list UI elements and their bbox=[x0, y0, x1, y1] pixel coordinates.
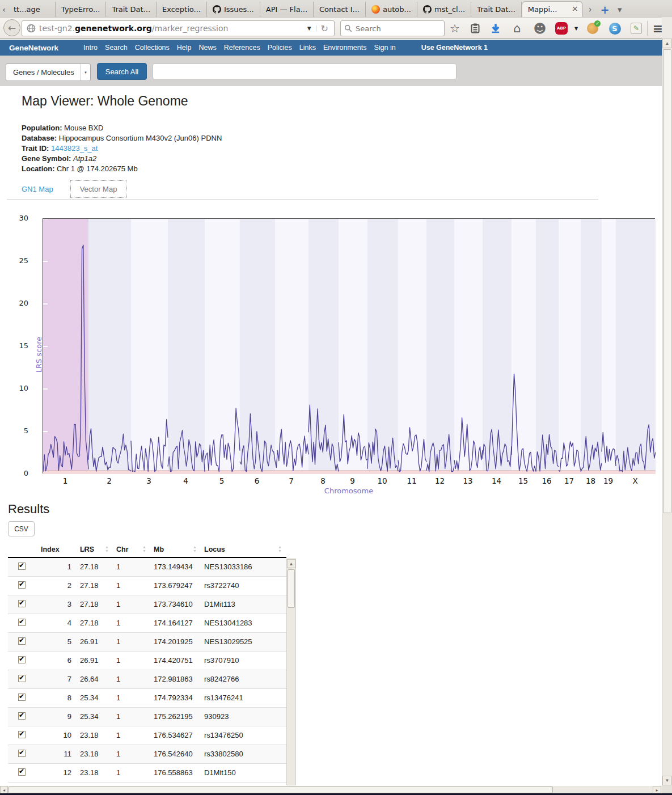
browser-tab[interactable]: tt...age bbox=[8, 2, 56, 17]
table-scrollbar[interactable]: ▲ bbox=[286, 559, 296, 785]
nav-item-environments[interactable]: Environments bbox=[323, 44, 366, 52]
tab-list-dropdown-icon[interactable]: ▾ bbox=[612, 2, 627, 17]
browser-tab-active[interactable]: Mappi...× bbox=[522, 1, 583, 17]
table-scroll-up-icon[interactable]: ▲ bbox=[287, 559, 295, 568]
tab-close-icon[interactable]: × bbox=[572, 5, 578, 12]
browser-search-input[interactable] bbox=[356, 24, 429, 33]
checkbox-cell bbox=[8, 595, 36, 614]
table-scrollbar-thumb[interactable] bbox=[288, 569, 295, 608]
csv-export-button[interactable]: CSV bbox=[8, 521, 35, 536]
browser-tab[interactable]: API — Fla... bbox=[260, 2, 314, 17]
nav-item-intro[interactable]: Intro bbox=[83, 44, 98, 52]
sort-icons: ▲▼ bbox=[105, 545, 109, 553]
locus-cell: NES13029525 bbox=[201, 632, 286, 651]
row-checkbox[interactable] bbox=[18, 600, 26, 607]
tab-scroll-left-icon[interactable]: ‹ bbox=[0, 2, 8, 17]
scroll-up-icon[interactable]: ▲ bbox=[662, 39, 672, 48]
download-icon[interactable] bbox=[489, 22, 502, 35]
row-checkbox[interactable] bbox=[18, 637, 26, 645]
row-checkbox[interactable] bbox=[18, 656, 26, 663]
tab-gn1-map[interactable]: GN1 Map bbox=[22, 185, 53, 193]
chat-icon[interactable]: ☻ bbox=[533, 22, 547, 35]
info-value: Hippocampus Consortium M430v2 (Jun06) PD… bbox=[59, 134, 222, 142]
global-search-input[interactable] bbox=[153, 64, 457, 79]
locus-cell: rs3707910 bbox=[201, 651, 286, 670]
column-header-chr[interactable]: Chr▲▼ bbox=[113, 542, 151, 557]
gn-brand-link[interactable]: GeneNetwork bbox=[9, 44, 58, 52]
y-tick-label: 15 bbox=[6, 341, 28, 350]
clipboard-icon[interactable] bbox=[468, 22, 482, 35]
mb-cell: 173.734610 bbox=[151, 595, 201, 614]
lrs-cell: 26.91 bbox=[77, 651, 113, 670]
use-genenetwork1-link[interactable]: Use GeneNetwork 1 bbox=[421, 44, 488, 52]
star-icon[interactable]: ☆ bbox=[448, 22, 462, 35]
row-checkbox[interactable] bbox=[18, 563, 26, 570]
browser-tab[interactable]: Issues... bbox=[207, 2, 260, 17]
column-header-lrs[interactable]: LRS▲▼ bbox=[77, 542, 113, 557]
nav-item-help[interactable]: Help bbox=[177, 44, 192, 52]
row-checkbox[interactable] bbox=[18, 712, 26, 720]
row-checkbox[interactable] bbox=[18, 619, 26, 626]
nav-item-collections[interactable]: Collections bbox=[135, 44, 170, 52]
nav-item-search[interactable]: Search bbox=[105, 44, 128, 52]
lrs-manhattan-plot bbox=[43, 218, 655, 473]
column-header-mb[interactable]: Mb▲▼ bbox=[151, 542, 201, 557]
row-checkbox[interactable] bbox=[18, 693, 26, 701]
info-value[interactable]: 1443823_s_at bbox=[51, 144, 98, 153]
page-title: Map Viewer: Whole Genome bbox=[22, 94, 188, 109]
mb-cell: 173.149434 bbox=[151, 557, 201, 576]
browser-tab[interactable]: Trait Dat... bbox=[471, 2, 522, 17]
nav-item-references[interactable]: References bbox=[224, 44, 260, 52]
url-bar[interactable]: test-gn2.genenetwork.org/marker_regressi… bbox=[22, 20, 335, 36]
abp-caret-icon[interactable]: ▼ bbox=[569, 22, 583, 35]
browser-tab[interactable]: Exceptio... bbox=[157, 2, 207, 17]
search-category-select[interactable]: Genes / Molecules ▾ bbox=[6, 64, 91, 81]
home-icon[interactable]: ⌂ bbox=[510, 22, 524, 35]
browser-tab[interactable]: Contact I... bbox=[314, 2, 366, 17]
nav-item-news[interactable]: News bbox=[199, 44, 217, 52]
page-vertical-scrollbar[interactable]: ▲ ▼ bbox=[662, 39, 672, 786]
vertical-scrollbar-thumb[interactable] bbox=[663, 49, 671, 513]
locus-cell: rs3722740 bbox=[201, 576, 286, 595]
tab-scroll-right-icon[interactable]: › bbox=[583, 2, 598, 17]
browser-tab[interactable]: Trait Dat... bbox=[106, 2, 157, 17]
skype-icon[interactable]: S bbox=[608, 22, 622, 35]
edit-icon[interactable]: ✎ bbox=[629, 22, 643, 35]
back-button[interactable]: ← bbox=[3, 19, 20, 36]
column-header-index[interactable]: Index▲ bbox=[36, 542, 77, 557]
chr-cell: 1 bbox=[113, 763, 151, 782]
abp-icon[interactable]: ABP bbox=[555, 22, 568, 35]
tab-vector-map[interactable]: Vector Map bbox=[70, 180, 127, 198]
row-checkbox[interactable] bbox=[18, 750, 26, 757]
trait-info-line: Location: Chr 1 @ 174.202675 Mb bbox=[22, 164, 222, 174]
reload-icon[interactable]: ↻ bbox=[316, 23, 331, 34]
lrs-cell: 27.18 bbox=[77, 614, 113, 632]
table-row: 925.341175.262195930923 bbox=[8, 707, 286, 726]
mb-cell: 176.534627 bbox=[151, 726, 201, 745]
browser-tab[interactable]: autob... bbox=[366, 2, 417, 17]
row-checkbox[interactable] bbox=[18, 675, 26, 682]
nav-item-links[interactable]: Links bbox=[299, 44, 316, 52]
url-dropdown-icon[interactable]: ▼ bbox=[303, 26, 316, 31]
scroll-down-icon[interactable]: ▼ bbox=[662, 776, 672, 785]
browser-tab[interactable]: TypeErro... bbox=[56, 2, 106, 17]
nav-item-sign-in[interactable]: Sign in bbox=[374, 44, 395, 52]
tab-title: mst_cl... bbox=[434, 5, 465, 14]
tab-title: Trait Dat... bbox=[477, 5, 515, 14]
browser-search-box[interactable] bbox=[340, 20, 445, 36]
row-checkbox[interactable] bbox=[18, 731, 26, 738]
nav-item-policies[interactable]: Policies bbox=[268, 44, 292, 52]
cookie-icon[interactable]: ✓ bbox=[586, 22, 599, 35]
column-header-locus[interactable]: Locus▲▼ bbox=[201, 542, 286, 557]
new-tab-button[interactable]: + bbox=[598, 2, 612, 17]
x-tick-label-chr2: 2 bbox=[98, 476, 121, 485]
locus-cell: D1Mit113 bbox=[201, 595, 286, 614]
browser-tab[interactable]: mst_cl... bbox=[417, 2, 471, 17]
horizontal-scrollbar-thumb[interactable] bbox=[9, 786, 553, 793]
x-tick-label-chr17: 17 bbox=[558, 476, 581, 485]
row-checkbox[interactable] bbox=[18, 768, 26, 776]
x-tick-label-chr3: 3 bbox=[138, 476, 160, 485]
search-all-button[interactable]: Search All bbox=[97, 63, 147, 80]
index-cell: 10 bbox=[36, 726, 77, 745]
row-checkbox[interactable] bbox=[18, 581, 26, 589]
